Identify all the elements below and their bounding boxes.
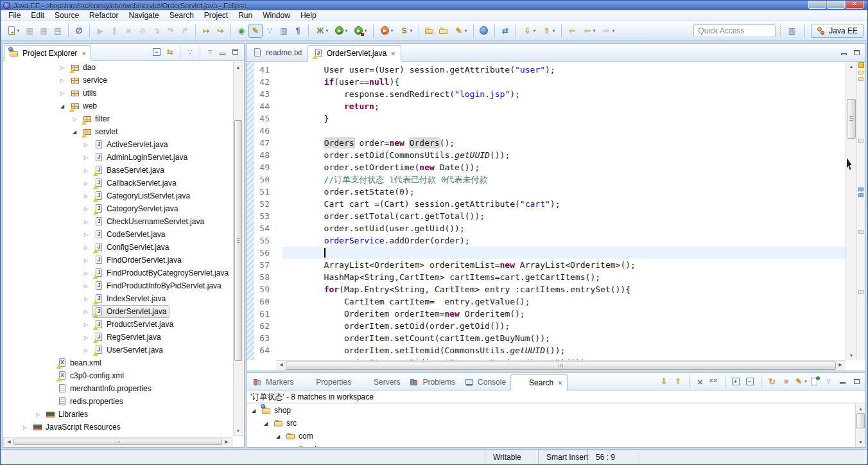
editor-body[interactable]: 41 User user=(User) session.getAttribute…: [247, 62, 865, 371]
open-file-button[interactable]: [422, 24, 437, 38]
expand-arrow-icon[interactable]: ▷: [83, 283, 92, 289]
menu-refactor[interactable]: Refactor: [84, 10, 123, 21]
fold-margin[interactable]: [275, 100, 284, 112]
show-annotation-properties-button[interactable]: ▥: [277, 24, 291, 38]
code-line-41[interactable]: 41 User user=(User) session.getAttribute…: [254, 64, 846, 76]
explorer-item-adminloginservlet-java[interactable]: ▷JAdminLoginServlet.java: [3, 151, 244, 164]
collapse-all-button[interactable]: −: [743, 375, 757, 388]
expand-all-button[interactable]: +: [729, 375, 743, 388]
explorer-item-libraries[interactable]: ▷Libraries: [3, 408, 244, 421]
code-line-45[interactable]: 45 }: [254, 112, 846, 125]
expand-arrow-icon[interactable]: ▷: [83, 155, 92, 161]
code-line-59[interactable]: 59 for(Map.Entry<String, CartItem> entry…: [254, 283, 846, 295]
expand-arrow-icon[interactable]: ▷: [83, 206, 92, 212]
tab-project-explorer[interactable]: Project Explorer ×: [4, 45, 91, 61]
fold-margin[interactable]: [275, 137, 284, 149]
dropdown-arrow-icon[interactable]: ▾: [804, 379, 807, 384]
expand-arrow-icon[interactable]: ▷: [83, 335, 92, 340]
explorer-item-javascript-resources[interactable]: ▷JavaScript Resources: [3, 421, 244, 434]
collapse-arrow-icon[interactable]: ◢: [287, 446, 297, 448]
expand-arrow-icon[interactable]: ▷: [59, 78, 69, 83]
dropdown-arrow-icon[interactable]: ▾: [593, 28, 596, 33]
explorer-item-redis-properties[interactable]: redis.properties: [3, 395, 244, 408]
remove-selected-matches-button[interactable]: ×: [693, 375, 707, 388]
link-with-editor-button[interactable]: ∵: [263, 24, 277, 38]
editor-annotation-ruler[interactable]: [247, 62, 254, 360]
dropdown-arrow-icon[interactable]: ▾: [17, 28, 20, 33]
fold-margin[interactable]: [275, 332, 284, 344]
code-line-50[interactable]: 50 //订单支付状态 1代表已付款 0代表未付款: [254, 173, 846, 186]
show-previous-match-button[interactable]: ⇧: [672, 375, 685, 388]
code-line-64[interactable]: 64 orderItem.setItemid(CommonsUtils.getU…: [254, 344, 846, 356]
expand-arrow-icon[interactable]: ▷: [83, 193, 92, 199]
minimize-view-button[interactable]: [836, 375, 849, 388]
fold-margin[interactable]: [275, 112, 284, 125]
minimize-editor-button[interactable]: [838, 46, 851, 59]
dropdown-arrow-icon[interactable]: ▾: [465, 28, 467, 33]
menu-help[interactable]: Help: [295, 10, 322, 21]
code-line-54[interactable]: 54 order.setUid(user.getUid());: [254, 222, 846, 234]
explorer-item-bean-xml[interactable]: Xbean.xml: [3, 356, 244, 369]
editor-horizontal-scrollbar[interactable]: ◀ ▶: [276, 360, 846, 371]
view-menu-button[interactable]: ▽: [204, 46, 216, 58]
tab-search[interactable]: Search×: [510, 374, 567, 390]
minimize-button[interactable]: –: [808, 1, 826, 9]
explorer-item-productservlet-java[interactable]: ▷JProductServlet.java: [3, 318, 244, 331]
run-button[interactable]: ▶▾: [331, 24, 351, 38]
explorer-item-servlet[interactable]: ◢servlet: [3, 125, 244, 138]
toggle-mark-occurrences-button[interactable]: ✎: [248, 24, 263, 38]
fold-margin[interactable]: [275, 149, 284, 161]
previous-search-results-button[interactable]: ✎▾: [794, 375, 807, 388]
search-vertical-scrollbar[interactable]: ▲ ▼: [855, 404, 865, 447]
print-button[interactable]: ▤: [51, 24, 65, 38]
fold-margin[interactable]: [275, 64, 284, 76]
fold-margin[interactable]: [275, 283, 284, 295]
search-tree-item-com[interactable]: ◢com: [247, 430, 855, 443]
open-folder-button[interactable]: [437, 24, 451, 38]
explorer-item-userservlet-java[interactable]: ▷JUserServlet.java: [3, 344, 244, 356]
tab-servers[interactable]: Servers: [356, 374, 404, 390]
new-java-ee-class-button[interactable]: ◉: [234, 24, 248, 38]
fold-margin[interactable]: [275, 308, 284, 320]
collapse-arrow-icon[interactable]: ◢: [263, 421, 272, 426]
explorer-item-findorderservlet-java[interactable]: ▷JFindOrderServlet.java: [3, 254, 244, 267]
annotation-mark[interactable]: [858, 193, 864, 197]
back-history-button[interactable]: ⇦▾: [579, 24, 598, 38]
explorer-vertical-scrollbar[interactable]: ▲ ▼: [233, 62, 243, 436]
fold-margin[interactable]: [275, 210, 284, 222]
expand-arrow-icon[interactable]: ▷: [83, 258, 92, 263]
minimize-view-button[interactable]: [216, 46, 229, 58]
code-line-49[interactable]: 49 order.setOrdertime(new Date());: [254, 161, 846, 173]
menu-file[interactable]: File: [3, 10, 26, 21]
code-line-61[interactable]: 61 Orderitem orderItem=new Orderitem();: [254, 308, 846, 320]
expand-arrow-icon[interactable]: ▷: [83, 322, 92, 328]
code-line-48[interactable]: 48 order.setOid(CommonsUtils.getUUID());: [254, 149, 846, 161]
scroll-up-icon[interactable]: ▲: [234, 63, 243, 71]
maximize-button[interactable]: □: [827, 1, 845, 9]
fold-margin[interactable]: [275, 76, 284, 88]
fold-margin[interactable]: [275, 198, 284, 210]
tab-console[interactable]: Console: [460, 374, 510, 390]
code-line-46[interactable]: 46: [254, 125, 846, 137]
explorer-item-service[interactable]: ▷service: [3, 74, 244, 87]
expand-arrow-icon[interactable]: ▷: [83, 309, 92, 315]
search-tree-item-shop[interactable]: ◢shop: [247, 443, 855, 447]
expand-arrow-icon[interactable]: ▷: [22, 425, 31, 430]
search-toolbar-button[interactable]: ✎▾: [451, 24, 470, 38]
debug-button[interactable]: Ж▾: [312, 24, 331, 38]
code-line-42[interactable]: 42 if(user==null){: [254, 76, 846, 88]
code-line-47[interactable]: 47 Orders order=new Orders();: [254, 137, 846, 149]
show-whitespace-characters-button[interactable]: ¶: [291, 24, 305, 38]
explorer-item-regservlet-java[interactable]: ▷JRegServlet.java: [3, 331, 244, 344]
explorer-item-dao[interactable]: ▷dao: [3, 61, 244, 74]
scroll-down-icon[interactable]: ▼: [846, 351, 856, 360]
fold-margin[interactable]: [275, 234, 284, 247]
collapse-arrow-icon[interactable]: ◢: [59, 103, 69, 109]
tab-properties[interactable]: Properties: [298, 374, 356, 390]
explorer-item-activeservlet-java[interactable]: ▷JActiveServlet.java: [3, 138, 244, 151]
maximize-view-button[interactable]: [850, 375, 864, 388]
open-web-browser-button[interactable]: [477, 24, 491, 38]
maximize-editor-button[interactable]: [851, 46, 864, 59]
code-line-43[interactable]: 43 response.sendRedirect("login.jsp");: [254, 88, 846, 100]
editor-tab-readme-txt[interactable]: readme.txt: [247, 44, 308, 61]
